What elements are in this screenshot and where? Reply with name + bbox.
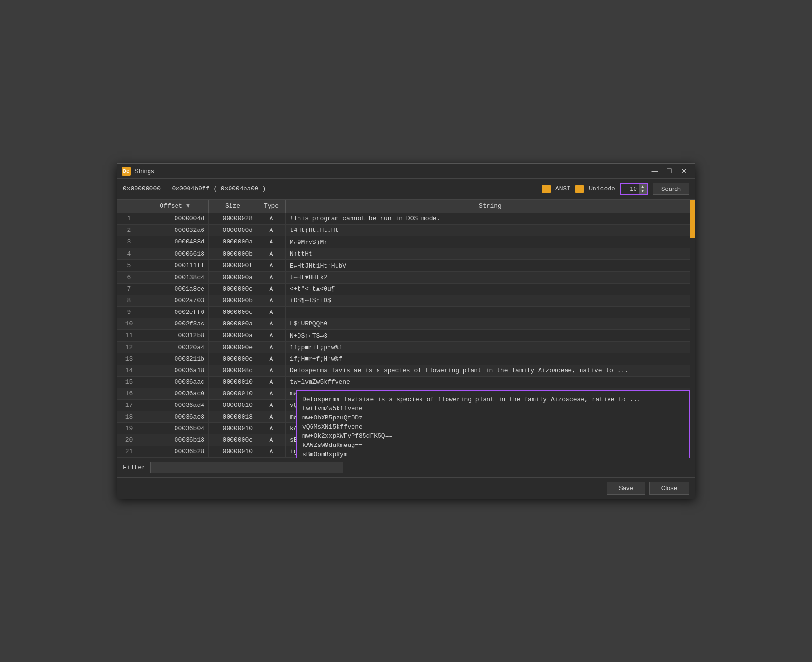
cell-size: 0000000c <box>209 307 257 318</box>
close-button[interactable]: Close <box>649 482 689 495</box>
col-string: String <box>286 200 695 213</box>
cell-num: 19 <box>117 423 141 434</box>
tooltip-line: tw+lvmZw5kffvene <box>302 404 683 413</box>
cell-type: A <box>257 295 286 306</box>
cell-size: 0000000b <box>209 295 257 306</box>
cell-size: 0000000a <box>209 236 257 248</box>
table-row[interactable]: 6 000138c4 0000000a A t←Ht▼HHtk2 <box>117 272 690 284</box>
cell-num: 20 <box>117 434 141 446</box>
table-row[interactable]: 11 00312b8 0000000a A N+D$↑←T$↵3 <box>117 330 690 342</box>
toolbar: 0x00000000 - 0x0004b9ff ( 0x0004ba00 ) A… <box>117 179 695 200</box>
save-button[interactable]: Save <box>607 482 645 495</box>
table-row[interactable]: 13 0003211b 0000000e A 1f;H■r+f;H↑w%f <box>117 353 690 365</box>
table-row[interactable]: 8 0002a703 0000000b A +D$¶←T$↑+D$ <box>117 295 690 307</box>
close-window-button[interactable]: ✕ <box>677 167 690 176</box>
cell-type: A <box>257 236 286 248</box>
table-row[interactable]: 3 0000488d 0000000a A M↵9M↑v$)M↑ <box>117 236 690 248</box>
table-row[interactable]: 12 00320a4 0000000e A 1f;p■r+f;p↑w%f <box>117 342 690 353</box>
ansi-label: ANSI <box>555 185 570 192</box>
tooltip-line: vQ6MsXN15kffvene <box>302 422 683 432</box>
cell-string: N+D$↑←T$↵3 <box>286 330 690 341</box>
cell-type: A <box>257 307 286 318</box>
cell-offset: 00036ae8 <box>141 411 209 422</box>
cell-string: E↵HtJHt1Ht↑HubV <box>286 260 690 271</box>
cell-num: 11 <box>117 330 141 341</box>
table-row[interactable]: 10 0002f3ac 0000000a A L$↑URPQQh0 <box>117 318 690 330</box>
tooltip-line: mw+Ok2xxpXWFvPf85dFK5Q== <box>302 432 683 441</box>
spinner-up-button[interactable]: ▲ <box>639 184 647 189</box>
cell-size: 00000028 <box>209 213 257 224</box>
cell-size: 0000000b <box>209 248 257 259</box>
filter-input[interactable] <box>150 462 343 473</box>
col-size: Size <box>209 200 257 213</box>
tooltip-line: sBmOomBxpRym <box>302 450 683 458</box>
table-row[interactable]: 7 0001a8ee 0000000c A <+t"<-t▲<0u¶ <box>117 284 690 295</box>
tooltip-line: mw+OhXB5pzuQtODz <box>302 413 683 422</box>
table-row[interactable]: 4 00006618 0000000b A N↑ttHt <box>117 248 690 260</box>
filter-bar: Filter <box>117 458 695 477</box>
cell-offset: 0003211b <box>141 353 209 365</box>
cell-offset: 0000004d <box>141 213 209 224</box>
cell-num: 17 <box>117 400 141 411</box>
cell-offset: 0001a8ee <box>141 284 209 295</box>
cell-offset: 000111ff <box>141 260 209 271</box>
tooltip-line: Delosperma lavisiae is a species of flow… <box>302 395 683 404</box>
cell-type: A <box>257 423 286 434</box>
app-icon: De <box>122 167 131 176</box>
cell-size: 0000000a <box>209 318 257 329</box>
cell-num: 8 <box>117 295 141 306</box>
unicode-color-box <box>575 185 584 193</box>
cell-offset: 00036b04 <box>141 423 209 434</box>
cell-string: t←Ht▼HHtk2 <box>286 272 690 283</box>
cell-num: 13 <box>117 353 141 365</box>
cell-size: 0000000c <box>209 284 257 295</box>
cell-num: 12 <box>117 342 141 353</box>
cell-num: 14 <box>117 365 141 376</box>
cell-string: M↵9M↑v$)M↑ <box>286 236 690 248</box>
cell-type: A <box>257 353 286 365</box>
table-row[interactable]: 14 00036a18 0000008c A Delosperma lavisi… <box>117 365 690 377</box>
table-row[interactable]: 9 0002eff6 0000000c A <box>117 307 690 318</box>
cell-offset: 0002eff6 <box>141 307 209 318</box>
table-row[interactable]: 15 00036aac 00000010 A tw+lvmZw5kffvene <box>117 377 690 388</box>
minimize-button[interactable]: — <box>649 167 661 176</box>
ansi-color-box <box>542 185 551 193</box>
spinner-down-button[interactable]: ▼ <box>639 189 647 194</box>
cell-offset: 00036b28 <box>141 446 209 457</box>
cell-type: A <box>257 342 286 353</box>
cell-num: 9 <box>117 307 141 318</box>
title-bar: De Strings — ☐ ✕ <box>117 164 695 179</box>
cell-offset: 00036ad4 <box>141 400 209 411</box>
spinner-input[interactable]: 10 <box>622 184 639 193</box>
scrollbar-track[interactable] <box>690 200 695 458</box>
table-row[interactable]: 2 000032a6 0000000d A t4Ht(Ht.Ht↓Ht <box>117 225 690 236</box>
spinner-buttons: ▲ ▼ <box>639 184 647 194</box>
window-title: Strings <box>135 167 645 175</box>
cell-size: 0000000a <box>209 330 257 341</box>
cell-size: 0000000d <box>209 225 257 236</box>
search-button[interactable]: Search <box>653 183 689 195</box>
cell-type: A <box>257 388 286 399</box>
maximize-button[interactable]: ☐ <box>663 167 676 176</box>
table-container: Offset ▼ Size Type String 1 0000004d 000… <box>117 200 695 458</box>
cell-offset: 00036ac0 <box>141 388 209 399</box>
cell-string <box>286 307 690 318</box>
cell-type: A <box>257 260 286 271</box>
tooltip-line: kAWZsW9duRmeug== <box>302 441 683 450</box>
cell-num: 5 <box>117 260 141 271</box>
cell-num: 21 <box>117 446 141 457</box>
table-row[interactable]: 1 0000004d 00000028 A !This program cann… <box>117 213 690 225</box>
cell-num: 1 <box>117 213 141 224</box>
table-row[interactable]: 5 000111ff 0000000f A E↵HtJHt1Ht↑HubV <box>117 260 690 272</box>
cell-type: A <box>257 318 286 329</box>
cell-num: 18 <box>117 411 141 422</box>
cell-string: <+t"<-t▲<0u¶ <box>286 284 690 295</box>
cell-num: 15 <box>117 377 141 388</box>
cell-type: A <box>257 411 286 422</box>
cell-num: 10 <box>117 318 141 329</box>
cell-offset: 00320a4 <box>141 342 209 353</box>
scrollbar-thumb[interactable] <box>690 200 695 238</box>
min-length-spinner[interactable]: 10 ▲ ▼ <box>620 183 648 195</box>
cell-string: 1f;H■r+f;H↑w%f <box>286 353 690 365</box>
cell-string: Delosperma lavisiae is a species of flow… <box>286 365 690 376</box>
